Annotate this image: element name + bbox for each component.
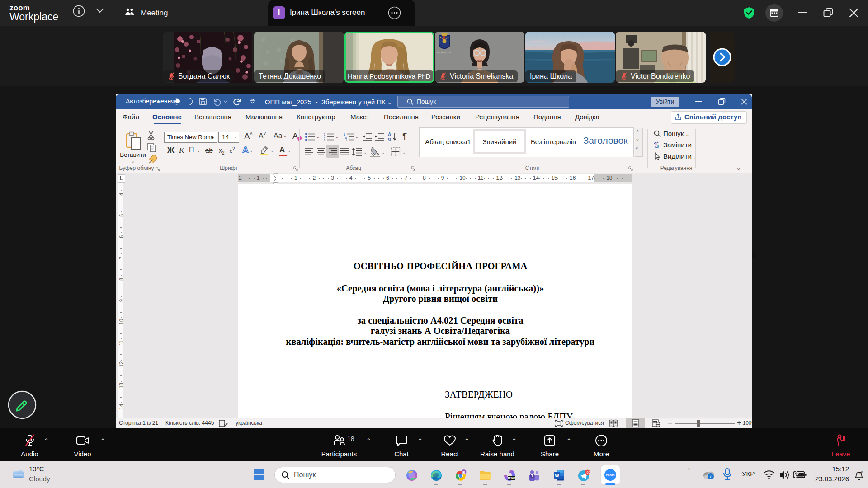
svg-text:W: W — [555, 473, 559, 478]
svg-text:i: i — [346, 139, 347, 141]
svg-text:T: T — [531, 474, 533, 478]
svg-text:zoom: zoom — [606, 473, 615, 477]
svg-text:Я: Я — [388, 137, 391, 142]
svg-text:i: i — [710, 474, 712, 479]
svg-text:А: А — [388, 132, 391, 137]
svg-text:LABORE ET ZELO: LABORE ET ZELO — [436, 52, 453, 54]
svg-text:z: z — [861, 470, 863, 473]
svg-text:M365: M365 — [508, 477, 515, 480]
svg-text:..66: ..66 — [585, 471, 590, 474]
svg-text:3: 3 — [324, 139, 326, 142]
svg-text:B: B — [462, 470, 465, 474]
